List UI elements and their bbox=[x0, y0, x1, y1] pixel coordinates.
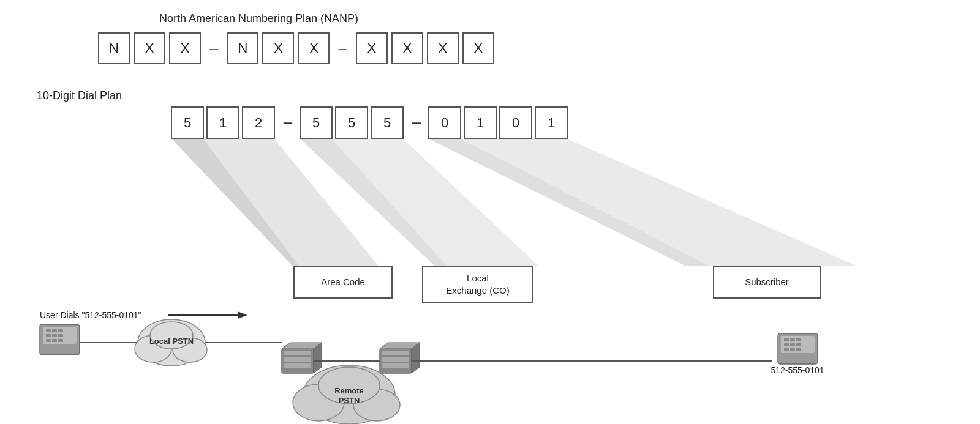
svg-text:Local PSTN: Local PSTN bbox=[149, 337, 194, 346]
svg-text:1: 1 bbox=[219, 115, 227, 130]
svg-rect-34 bbox=[58, 329, 63, 332]
nanp-digit-4: N bbox=[227, 32, 258, 64]
svg-rect-77 bbox=[784, 338, 789, 341]
dialplan-title-svg: 10-Digit Dial Plan bbox=[37, 89, 122, 102]
svg-rect-63 bbox=[382, 357, 409, 362]
nanp-digit-9: X bbox=[427, 32, 459, 64]
svg-rect-50 bbox=[423, 266, 533, 303]
svg-text:User Dials "512-555-0101": User Dials "512-555-0101" bbox=[40, 310, 141, 320]
svg-text:–: – bbox=[412, 113, 421, 131]
svg-rect-81 bbox=[790, 343, 795, 346]
nanp-section: North American Numbering Plan (NANP) N X… bbox=[98, 12, 943, 64]
nanp-digit-6: X bbox=[298, 32, 330, 64]
svg-text:5: 5 bbox=[383, 115, 391, 130]
svg-text:512-555-0101: 512-555-0101 bbox=[771, 365, 824, 375]
svg-rect-39 bbox=[52, 339, 57, 342]
svg-text:5: 5 bbox=[184, 115, 191, 130]
svg-text:1: 1 bbox=[477, 115, 484, 130]
svg-text:PSTN: PSTN bbox=[339, 396, 360, 405]
nanp-dash-1: – bbox=[205, 39, 223, 58]
svg-rect-32 bbox=[46, 329, 51, 332]
svg-text:Subscriber: Subscriber bbox=[745, 277, 789, 287]
nanp-digit-8: X bbox=[391, 32, 423, 64]
svg-text:5: 5 bbox=[348, 115, 355, 130]
svg-rect-40 bbox=[58, 339, 63, 342]
nanp-title: North American Numbering Plan (NANP) bbox=[159, 12, 943, 25]
svg-text:2: 2 bbox=[255, 115, 262, 130]
svg-rect-62 bbox=[382, 351, 409, 355]
svg-text:Local: Local bbox=[467, 273, 489, 283]
svg-rect-84 bbox=[790, 348, 795, 351]
svg-text:Exchange (CO): Exchange (CO) bbox=[446, 285, 509, 296]
svg-rect-56 bbox=[284, 351, 311, 355]
svg-rect-33 bbox=[52, 329, 57, 332]
nanp-digit-1: N bbox=[98, 32, 130, 64]
svg-rect-64 bbox=[382, 363, 409, 368]
svg-rect-37 bbox=[58, 334, 63, 337]
nanp-dash-2: – bbox=[333, 39, 352, 58]
svg-rect-85 bbox=[796, 348, 801, 351]
svg-rect-36 bbox=[52, 334, 57, 337]
svg-text:0: 0 bbox=[441, 115, 448, 130]
svg-text:1: 1 bbox=[548, 115, 555, 130]
nanp-digit-3: X bbox=[169, 32, 201, 64]
svg-text:0: 0 bbox=[512, 115, 519, 130]
svg-text:Area Code: Area Code bbox=[321, 277, 365, 287]
svg-rect-57 bbox=[284, 357, 311, 362]
nanp-digit-2: X bbox=[134, 32, 165, 64]
svg-rect-58 bbox=[284, 363, 311, 368]
nanp-digit-5: X bbox=[262, 32, 294, 64]
nanp-digit-row: N X X – N X X – X X X X bbox=[98, 32, 943, 64]
svg-rect-79 bbox=[796, 338, 801, 341]
main-container: North American Numbering Plan (NANP) N X… bbox=[0, 0, 980, 424]
svg-rect-82 bbox=[796, 343, 801, 346]
svg-text:–: – bbox=[284, 113, 293, 131]
svg-rect-35 bbox=[46, 334, 51, 337]
svg-rect-80 bbox=[784, 343, 789, 346]
nanp-digit-7: X bbox=[356, 32, 388, 64]
svg-text:Remote: Remote bbox=[334, 386, 364, 395]
svg-text:5: 5 bbox=[312, 115, 320, 130]
svg-rect-38 bbox=[46, 339, 51, 342]
svg-rect-83 bbox=[784, 348, 789, 351]
svg-rect-78 bbox=[790, 338, 795, 341]
nanp-digit-10: X bbox=[462, 32, 494, 64]
diagram-svg: 10-Digit Dial Plan 5 1 2 – 5 5 5 – 0 1 0 bbox=[37, 86, 943, 424]
